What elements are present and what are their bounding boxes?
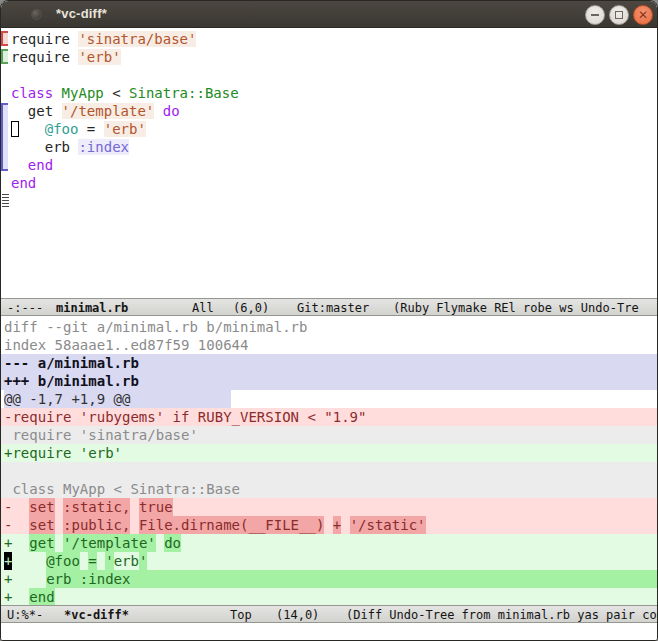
diff-segment: + (333, 516, 341, 534)
diff-segment (130, 498, 138, 516)
diff-segment: + (4, 534, 29, 552)
code-line[interactable]: class MyApp < Sinatra::Base (11, 84, 657, 102)
diff-segment: :static, (63, 498, 130, 516)
code-segment: require (11, 49, 78, 65)
minimize-button[interactable] (585, 5, 605, 25)
diff-segment: erb (114, 552, 139, 570)
close-button[interactable]: ✕ (633, 5, 653, 25)
code-segment: end (11, 157, 53, 173)
code-segment: 'sinatra/base' (78, 31, 196, 47)
close-icon: ✕ (638, 9, 648, 21)
code-segment: 'erb' (104, 121, 146, 137)
code-line[interactable]: require 'sinatra/base' (11, 30, 657, 48)
diff-segment: ' (105, 552, 113, 570)
window-menu-icon[interactable] (31, 9, 42, 20)
emacs-frame: *vc-diff* ✕ require 'sinatra/base'requir… (0, 0, 658, 641)
diff-segment: ' (139, 552, 147, 570)
minimize-icon (591, 14, 599, 16)
modeline-status: -:--- (7, 301, 43, 315)
line-fill (130, 570, 657, 588)
diff-segment: + (4, 588, 29, 605)
vc-diff-buffer[interactable]: diff --git a/minimal.rb b/minimal.rbinde… (1, 316, 657, 605)
modeline-modes[interactable]: (Ruby Flymake REl robe ws Undo-Tre (393, 301, 639, 315)
diff-line[interactable]: - set :public, File.dirname(__FILE__) + … (1, 516, 657, 534)
maximize-button[interactable] (609, 5, 629, 25)
diff-line[interactable]: require 'sinatra/base' (1, 426, 657, 444)
diff-line[interactable]: @@ -1,7 +1,9 @@ (1, 390, 657, 408)
modeline-modes[interactable]: (Diff Undo-Tree from minimal.rb yas pair… (346, 608, 657, 622)
modeline-buffer-name[interactable]: minimal.rb (56, 301, 128, 315)
source-lines: require 'sinatra/base'require 'erb'class… (11, 30, 657, 192)
diff-segment: '/static' (350, 516, 426, 534)
diff-segment: end (29, 588, 54, 605)
diff-segment: -require 'rubygems' if RUBY_VERSION < "1… (4, 408, 366, 426)
diff-segment: get (29, 534, 54, 552)
diff-segment: set (29, 516, 54, 534)
fringe-added-indicator (1, 49, 8, 64)
titlebar[interactable]: *vc-diff* ✕ (1, 1, 657, 28)
code-segment: get (11, 103, 62, 119)
code-segment: Sinatra::Base (129, 85, 239, 101)
code-segment: = (78, 121, 103, 137)
fringe-removed-indicator (1, 31, 8, 46)
diff-segment (97, 552, 105, 570)
diff-line[interactable]: + erb :index (1, 570, 657, 588)
code-line[interactable]: end (11, 174, 657, 192)
diff-line[interactable]: + @foo = 'erb' (1, 552, 657, 570)
modeline-buffer-name[interactable]: *vc-diff* (64, 608, 129, 622)
code-segment: require (11, 31, 78, 47)
diff-segment: --- a/minimal.rb (4, 354, 139, 372)
diff-line[interactable] (1, 462, 657, 480)
diff-segment (156, 534, 164, 552)
code-line[interactable]: end (11, 156, 657, 174)
diff-segment: +require 'erb' (4, 444, 122, 462)
diff-line[interactable]: + end (1, 588, 657, 605)
diff-segment: set (29, 498, 54, 516)
inactive-cursor (11, 121, 19, 137)
diff-line[interactable]: --- a/minimal.rb (1, 354, 657, 372)
fringe-changed-indicator (1, 103, 8, 171)
diff-segment: @@ -1,7 +1,9 @@ (4, 390, 231, 408)
code-line[interactable]: erb :index (11, 138, 657, 156)
diff-line[interactable]: index 58aaae1..ed87f59 100644 (1, 336, 657, 354)
code-segment (53, 85, 61, 101)
code-segment: '/template' (62, 103, 155, 119)
diff-segment: erb :index (46, 570, 130, 588)
code-line[interactable]: @foo = 'erb' (11, 120, 657, 138)
modeline-vc-branch[interactable]: Git:master (297, 301, 369, 315)
diff-line[interactable]: +++ b/minimal.rb (1, 372, 657, 390)
diff-line[interactable]: + get '/template' do (1, 534, 657, 552)
maximize-icon (615, 11, 623, 19)
modeline-source[interactable]: -:--- minimal.rb All (6,0) Git:master (R… (1, 298, 657, 316)
diff-segment: require 'sinatra/base' (4, 426, 198, 444)
diff-segment (12, 552, 46, 570)
diff-line[interactable]: -require 'rubygems' if RUBY_VERSION < "1… (1, 408, 657, 426)
code-line[interactable]: get '/template' do (11, 102, 657, 120)
diff-segment: index 58aaae1..ed87f59 100644 (4, 336, 248, 354)
diff-segment: +++ b/minimal.rb (4, 372, 139, 390)
window-title: *vc-diff* (56, 6, 107, 21)
diff-segment: do (164, 534, 181, 552)
diff-line[interactable]: class MyApp < Sinatra::Base (1, 480, 657, 498)
modeline-diff[interactable]: U:%*- *vc-diff* Top (14,0) (Diff Undo-Tr… (1, 605, 657, 623)
diff-segment (324, 516, 332, 534)
diff-line[interactable]: - set :static, true (1, 498, 657, 516)
diff-segment: class MyApp < Sinatra::Base (4, 480, 240, 498)
diff-line[interactable]: diff --git a/minimal.rb b/minimal.rb (1, 318, 657, 336)
diff-segment (55, 534, 63, 552)
code-segment: @foo (45, 121, 79, 137)
diff-line[interactable]: +require 'erb' (1, 444, 657, 462)
buffer-end-indicator (2, 194, 9, 208)
cursor-block: + (4, 552, 12, 570)
modeline-position: (14,0) (276, 608, 319, 622)
source-buffer[interactable]: require 'sinatra/base'require 'erb'class… (1, 28, 657, 298)
code-line[interactable] (11, 66, 657, 84)
echo-area[interactable] (1, 623, 657, 640)
diff-segment: @foo (46, 552, 80, 570)
code-segment: < (104, 85, 129, 101)
code-segment: MyApp (62, 85, 104, 101)
code-segment (154, 103, 162, 119)
modeline-status: U:%*- (7, 608, 43, 622)
diff-segment (55, 516, 63, 534)
code-line[interactable]: require 'erb' (11, 48, 657, 66)
